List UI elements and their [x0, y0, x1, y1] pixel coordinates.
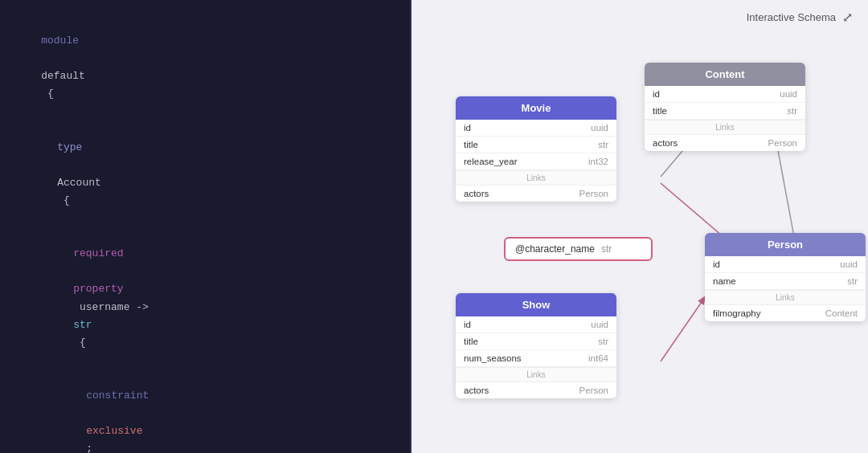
- show-box-body: id uuid title str num_seasons int64 Link…: [456, 316, 616, 398]
- link-prop-type: str: [601, 243, 612, 255]
- table-row: name str: [705, 273, 866, 290]
- table-row: actors Person: [645, 135, 805, 151]
- person-box-header: Person: [705, 233, 866, 256]
- show-box-header: Show: [456, 293, 616, 316]
- table-row: release_year int32: [456, 153, 616, 170]
- link-prop-box[interactable]: @character_name str: [504, 237, 653, 261]
- table-row: num_seasons int64: [456, 350, 616, 367]
- table-row: filmography Content: [705, 305, 866, 321]
- schema-header: Interactive Schema ⤢: [747, 10, 857, 24]
- links-section-label: Links: [456, 367, 616, 382]
- table-row: title str: [456, 333, 616, 350]
- table-row: actors Person: [456, 186, 616, 202]
- movie-box[interactable]: Movie id uuid title str release_year int…: [456, 96, 616, 202]
- links-section-label: Links: [645, 120, 805, 135]
- table-row: title str: [645, 103, 805, 120]
- movie-box-header: Movie: [456, 96, 616, 120]
- table-row: id uuid: [645, 86, 805, 103]
- person-box[interactable]: Person id uuid name str Links filmograph…: [705, 233, 866, 321]
- table-row: actors Person: [456, 382, 616, 398]
- content-box[interactable]: Content id uuid title str Links actors P…: [645, 63, 805, 151]
- person-box-body: id uuid name str Links filmography Conte…: [705, 256, 866, 321]
- expand-icon[interactable]: ⤢: [842, 10, 857, 24]
- svg-line-1: [661, 297, 705, 361]
- link-prop-name: @character_name: [515, 243, 595, 255]
- schema-panel: Interactive Schema ⤢ Movie id: [411, 0, 868, 453]
- content-box-header: Content: [645, 63, 805, 86]
- show-box[interactable]: Show id uuid title str num_seasons int64…: [456, 293, 616, 398]
- movie-box-body: id uuid title str release_year int32 Lin…: [456, 120, 616, 202]
- table-row: id uuid: [705, 256, 866, 273]
- links-section-label: Links: [456, 170, 616, 186]
- keyword-module: module: [41, 35, 79, 47]
- code-line: constraint exclusive ;: [16, 369, 394, 453]
- code-line: type Account {: [16, 121, 394, 228]
- content-box-body: id uuid title str Links actors Person: [645, 86, 805, 151]
- code-line: required property username -> str {: [16, 227, 394, 369]
- schema-title: Interactive Schema: [747, 11, 836, 23]
- code-line: module default {: [16, 14, 394, 121]
- table-row: id uuid: [456, 120, 616, 137]
- links-section-label: Links: [705, 290, 866, 305]
- code-panel: module default { type Account { required…: [0, 0, 410, 453]
- table-row: id uuid: [456, 316, 616, 333]
- table-row: title str: [456, 137, 616, 153]
